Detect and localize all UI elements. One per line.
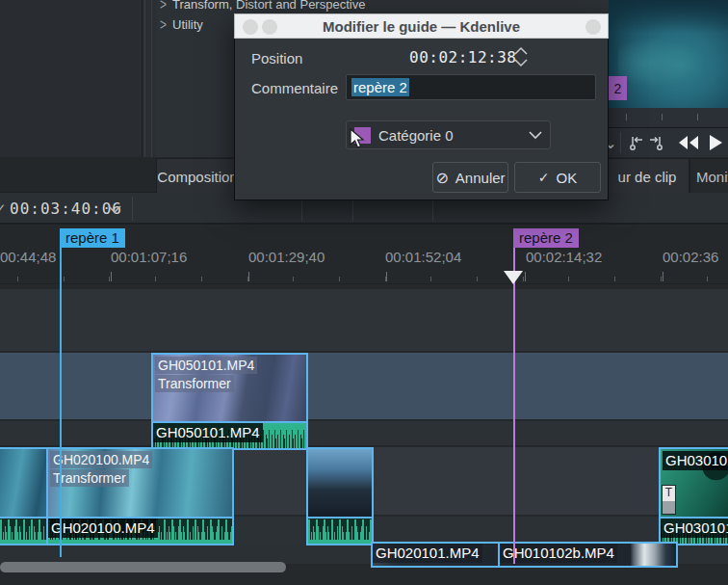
clip-left-video[interactable] [0, 447, 49, 519]
clip-gh050101-video[interactable]: GH050101.MP4 Transformer [151, 353, 308, 424]
selected-text: repère 2 [351, 78, 409, 96]
tree-item-utility[interactable]: > Utility [160, 17, 203, 32]
clip-left-audio[interactable] [0, 517, 49, 545]
clip-effect-label: Transformer [50, 469, 129, 487]
clip-monitor: 2 ⌄ [609, 0, 728, 157]
dialog-title: Modifier le guide — Kdenlive [323, 18, 520, 35]
panel-splitter[interactable] [143, 0, 156, 157]
clip-small-video[interactable] [306, 447, 374, 519]
window-button-icon[interactable] [243, 19, 258, 35]
guide-line-repere1 [60, 248, 62, 557]
play-icon[interactable] [706, 134, 725, 151]
clip-label: GH020100.MP4 [50, 451, 152, 468]
window-button-icon[interactable] [262, 19, 277, 35]
clip-label: GH050101.MP4 [153, 423, 263, 442]
chevron-down-icon [529, 131, 542, 140]
clip-gh020101-video[interactable]: GH020101.MP4 [371, 542, 501, 568]
clipped-icon: ✓ [0, 201, 6, 215]
dialog-titlebar[interactable]: Modifier le guide — Kdenlive [234, 13, 609, 39]
window-close-icon[interactable] [585, 19, 601, 35]
track-audio-2[interactable] [0, 421, 728, 446]
chevron-right-icon[interactable]: > [160, 0, 167, 13]
clip-gh020100-video[interactable]: GH020100.MP4 Transformer [46, 447, 234, 519]
comment-label: Commentaire [251, 80, 338, 96]
track-video-2[interactable] [0, 353, 728, 420]
clip-label: GH010102b.MP4 [500, 544, 617, 563]
cancel-button[interactable]: ⊘ Annuler [432, 162, 508, 193]
mouse-cursor-icon [350, 128, 367, 149]
position-spinbox[interactable]: 00:02:12:38 [409, 48, 516, 66]
tab-label: Composition [157, 169, 237, 185]
zone-end-icon[interactable] [646, 134, 667, 151]
comment-input[interactable]: repère 2 [346, 74, 596, 100]
cancel-icon: ⊘ [435, 169, 448, 187]
zone-start-icon[interactable] [625, 134, 646, 151]
tab-clip-monitor[interactable]: ur de clip [605, 158, 689, 194]
timeline-timecode[interactable]: 00:03:40:06 [10, 199, 122, 218]
clip-gh030101-video[interactable]: GH030101.MP4 T [659, 447, 728, 519]
tree-item-label: Utility [172, 17, 203, 32]
edit-guide-dialog: Modifier le guide — Kdenlive Position 00… [234, 13, 609, 200]
clip-gh050101-audio[interactable]: GH050101.MP4 [151, 421, 308, 450]
divider [620, 132, 621, 153]
cancel-button-label: Annuler [455, 170, 506, 186]
divider [132, 197, 133, 221]
tree-item-label: Transform, Distort and Perspective [172, 0, 365, 12]
clip-small-audio[interactable] [306, 517, 374, 545]
tab-label: ur de clip [618, 169, 677, 185]
guide-marker-repere2[interactable]: repère 2 [513, 228, 579, 248]
position-label: Position [251, 50, 302, 66]
ruler-tick [626, 114, 627, 120]
guide-line-repere2 [513, 248, 515, 564]
monitor-transport-bar: ⌄ [609, 128, 728, 157]
monitor-ruler[interactable] [609, 108, 728, 128]
chevron-down-icon[interactable] [107, 204, 122, 214]
clip-label: GH050101.MP4 [155, 357, 257, 374]
properties-panel [0, 0, 143, 157]
horizontal-scrollbar[interactable] [0, 562, 286, 572]
dialog-body: Position 00:02:12:38 Commentaire repère … [234, 39, 609, 200]
clip-effect-label: Transformer [155, 375, 234, 392]
tree-item-transform[interactable]: > Transform, Distort and Perspective [160, 0, 365, 12]
clip-label: GH020100.MP4 [48, 519, 158, 538]
clip-label: GH020101.MP4 [373, 544, 482, 563]
tab-project-monitor[interactable]: Moniteu [689, 158, 728, 194]
spinbox-arrows-icon[interactable] [513, 46, 529, 67]
clip-label: GH030101.MP4 [661, 519, 728, 538]
effect-badge[interactable]: T [662, 485, 676, 515]
kdenlive-window: > Transform, Distort and Perspective > U… [0, 0, 728, 585]
guide-marker-repere1[interactable]: repère 1 [60, 228, 125, 248]
rewind-icon[interactable] [675, 135, 702, 150]
category-dropdown[interactable]: Catégorie 0 [346, 120, 551, 149]
ok-button[interactable]: ✓ OK [514, 162, 601, 193]
tab-composition[interactable]: Composition [156, 158, 239, 194]
tab-label: Moniteu [696, 169, 728, 185]
ruler-tick [662, 114, 663, 120]
category-value: Catégorie 0 [378, 127, 454, 144]
ruler-tick [697, 114, 698, 120]
playhead[interactable] [504, 271, 523, 284]
track-empty[interactable] [0, 289, 728, 352]
monitor-marker-badge: 2 [609, 76, 627, 100]
chevron-right-icon[interactable]: > [160, 15, 167, 33]
clip-label: GH030101.MP4 [663, 451, 728, 470]
clip-gh020100-audio[interactable]: GH020100.MP4 [46, 517, 234, 545]
check-icon: ✓ [538, 170, 550, 185]
clip-gh010102b-video[interactable]: GH010102b.MP4 [498, 542, 678, 568]
ok-button-label: OK [557, 170, 578, 186]
